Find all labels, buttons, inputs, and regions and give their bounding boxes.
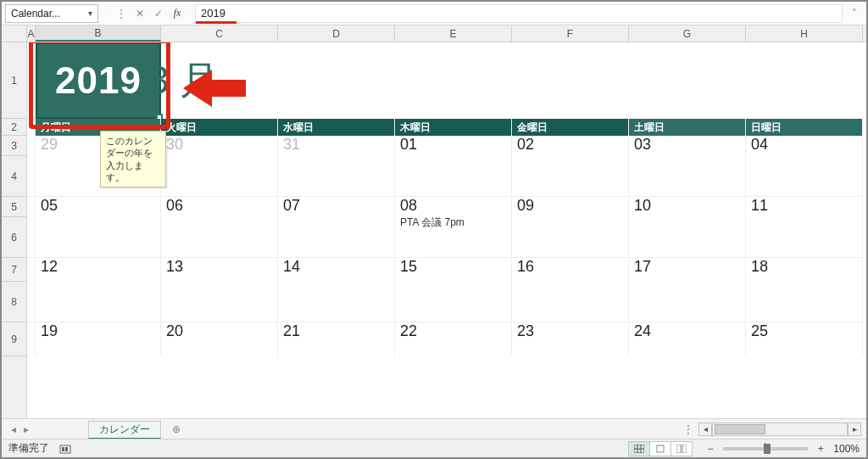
normal-view-button[interactable] — [628, 441, 650, 456]
calendar-cell[interactable] — [278, 282, 395, 322]
new-sheet-button[interactable]: ⊕ — [166, 423, 186, 436]
date-cell[interactable]: 02 — [512, 136, 629, 156]
date-cell[interactable]: 11 — [746, 197, 863, 217]
zoom-in-button[interactable]: + — [815, 443, 826, 455]
date-cell[interactable]: 15 — [395, 258, 512, 282]
sheet-nav[interactable]: ◂ ▸ — [2, 423, 37, 435]
row-header-6[interactable]: 6 — [2, 217, 26, 258]
calendar-cell[interactable] — [629, 156, 746, 197]
cancel-button[interactable]: ✕ — [131, 4, 149, 23]
col-header-H[interactable]: H — [746, 25, 863, 42]
date-cell[interactable]: 09 — [512, 197, 629, 217]
calendar-cell[interactable] — [395, 217, 512, 258]
calendar-cell[interactable] — [278, 156, 395, 197]
date-cell[interactable]: 05 — [36, 197, 161, 217]
date-cell[interactable]: 19 — [36, 322, 161, 356]
select-all-button[interactable] — [2, 25, 27, 42]
date-cell[interactable]: 20 — [161, 322, 278, 356]
calendar-cell[interactable] — [512, 217, 629, 258]
year-cell[interactable]: 2019 — [36, 42, 161, 119]
date-cell[interactable]: 13 — [161, 258, 278, 282]
scroll-track[interactable] — [712, 423, 848, 436]
horizontal-scrollbar[interactable]: ⋮ ◂ ▸ — [683, 423, 866, 436]
worksheet-grid[interactable]: 1 2 3 4 5 6 7 8 9 2019 — [2, 42, 866, 418]
date-cell[interactable]: 01 — [395, 136, 512, 156]
calendar-cell[interactable] — [512, 156, 629, 197]
col-header-B[interactable]: B — [36, 25, 161, 42]
sheet-tab[interactable]: カレンダー — [88, 421, 161, 439]
date-cell[interactable]: 16 — [512, 258, 629, 282]
calendar-cell[interactable] — [161, 156, 278, 197]
formula-input[interactable]: 2019 — [195, 4, 843, 23]
calendar-cell[interactable] — [36, 217, 161, 258]
date-cell[interactable]: 04 — [746, 136, 863, 156]
col-header-D[interactable]: D — [278, 25, 395, 42]
page-layout-view-button[interactable] — [649, 441, 671, 456]
date-cell[interactable]: 21 — [278, 322, 395, 356]
name-box[interactable]: Calendar... ▾ — [5, 4, 98, 23]
calendar-cell[interactable] — [512, 282, 629, 322]
row-header-7[interactable]: 7 — [2, 258, 26, 282]
zoom-thumb[interactable] — [764, 444, 771, 454]
calendar-cell[interactable] — [746, 156, 863, 197]
splitter-handle-icon[interactable]: ⋮ — [683, 423, 693, 435]
date-cell[interactable]: 25 — [746, 322, 863, 356]
calendar-cell[interactable] — [629, 282, 746, 322]
scroll-left-button[interactable]: ◂ — [698, 423, 712, 436]
scroll-right-button[interactable]: ▸ — [848, 423, 861, 436]
row-header-4[interactable]: 4 — [2, 156, 26, 197]
calendar-cell[interactable] — [36, 282, 161, 322]
zoom-slider[interactable] — [723, 447, 808, 451]
dow-thu[interactable]: 木曜日 — [395, 119, 512, 136]
col-header-F[interactable]: F — [512, 25, 629, 42]
macro-record-icon[interactable] — [59, 443, 71, 455]
date-cell[interactable]: 24 — [629, 322, 746, 356]
col-header-E[interactable]: E — [395, 25, 512, 42]
date-cell[interactable]: 22 — [395, 322, 512, 356]
row-header-8[interactable]: 8 — [2, 282, 26, 322]
calendar-cell[interactable] — [746, 217, 863, 258]
col-header-C[interactable]: C — [161, 25, 278, 42]
month-cell[interactable]: 3 月 — [161, 42, 863, 119]
scroll-thumb[interactable] — [715, 424, 765, 434]
col-header-G[interactable]: G — [629, 25, 746, 42]
calendar-cell[interactable] — [395, 156, 512, 197]
dow-sun[interactable]: 日曜日 — [746, 119, 863, 136]
zoom-level[interactable]: 100% — [833, 443, 860, 455]
date-cell[interactable]: 30 — [161, 136, 278, 156]
col-header-A[interactable]: A — [27, 25, 36, 42]
calendar-cell[interactable] — [161, 282, 278, 322]
page-break-view-button[interactable] — [670, 441, 693, 456]
calendar-cell[interactable] — [395, 282, 512, 322]
last-sheet-icon[interactable]: ▸ — [24, 423, 29, 435]
zoom-out-button[interactable]: − — [704, 443, 716, 455]
date-cell[interactable]: 08 PTA 会議 7pm — [395, 197, 512, 217]
date-cell[interactable]: 12 — [36, 258, 161, 282]
date-cell[interactable]: 18 — [746, 258, 863, 282]
more-button[interactable]: ⋮ — [112, 4, 131, 23]
dow-wed[interactable]: 水曜日 — [278, 119, 395, 136]
row-header-9[interactable]: 9 — [2, 322, 26, 356]
date-cell[interactable]: 17 — [629, 258, 746, 282]
fx-icon[interactable]: fx — [168, 4, 186, 23]
dow-fri[interactable]: 金曜日 — [512, 119, 629, 136]
row-header-5[interactable]: 5 — [2, 197, 26, 217]
date-cell[interactable]: 31 — [278, 136, 395, 156]
date-cell[interactable]: 06 — [161, 197, 278, 217]
calendar-cell[interactable] — [278, 217, 395, 258]
dow-sat[interactable]: 土曜日 — [629, 119, 746, 136]
date-cell[interactable]: 10 — [629, 197, 746, 217]
date-cell[interactable]: 07 — [278, 197, 395, 217]
dow-tue[interactable]: 火曜日 — [161, 119, 278, 136]
row-header-1[interactable]: 1 — [2, 42, 26, 119]
calendar-cell[interactable] — [746, 282, 863, 322]
date-cell[interactable]: 14 — [278, 258, 395, 282]
first-sheet-icon[interactable]: ◂ — [11, 423, 16, 435]
row-header-3[interactable]: 3 — [2, 136, 26, 156]
date-cell[interactable]: 03 — [629, 136, 746, 156]
date-cell[interactable]: 23 — [512, 322, 629, 356]
expand-formula-bar-icon[interactable]: ˅ — [846, 8, 863, 20]
calendar-cell[interactable] — [161, 217, 278, 258]
enter-button[interactable]: ✓ — [149, 4, 168, 23]
row-header-2[interactable]: 2 — [2, 119, 26, 136]
